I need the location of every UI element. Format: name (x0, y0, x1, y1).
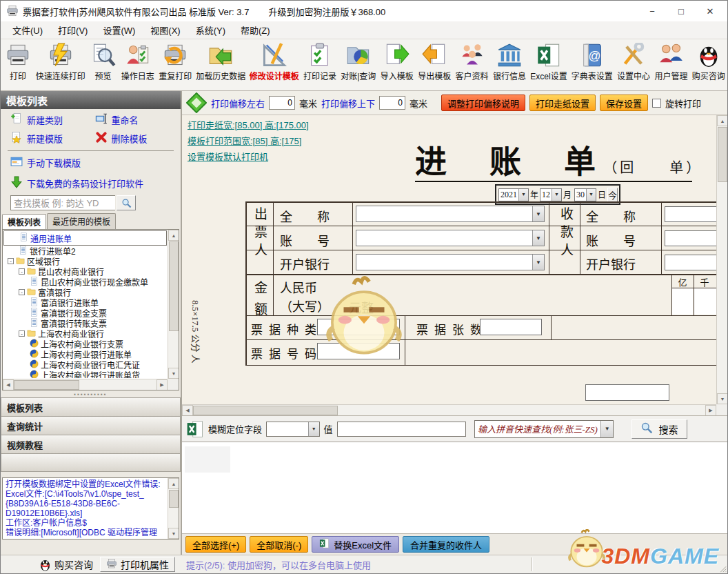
toolbar-button-folder-load[interactable]: 加载历史数据 (194, 41, 247, 83)
chevron-down-icon[interactable]: ▼ (600, 421, 613, 437)
chevron-down-icon[interactable]: ▼ (552, 189, 561, 201)
menu-item-6[interactable]: 帮助(Z) (233, 21, 278, 39)
scroll-up-icon[interactable]: ▲ (168, 230, 179, 241)
toolbar-button-printer-flash[interactable]: 快速连续打印 (34, 41, 88, 83)
drawer-account-combo[interactable]: ▼ (356, 230, 545, 246)
chevron-down-icon[interactable]: ▼ (586, 189, 596, 201)
preview-vertical-scrollbar[interactable]: ▲ ▼ (716, 115, 727, 404)
select-all-button[interactable]: 全部选择(+) (185, 536, 246, 553)
scroll-thumb[interactable] (169, 490, 179, 508)
cancel-all-button[interactable]: 全部取消(-) (250, 536, 308, 553)
adjust-offset-help-button[interactable]: 调整打印偏移说明 (441, 95, 525, 111)
tree-item[interactable]: 上海农村商业银行进账单 (3, 349, 167, 359)
merge-duplicates-button[interactable]: 合并重复的收件人 (403, 536, 489, 553)
drawer-name-combo[interactable]: ▼ (356, 206, 545, 222)
printer-properties-button[interactable]: 打印机属性 (100, 557, 175, 572)
tree-item[interactable]: 富滇银行进账单 (3, 297, 167, 308)
scroll-down-icon[interactable]: ▼ (168, 368, 179, 379)
offset-lr-input[interactable] (269, 96, 295, 110)
pinyin-search-combo[interactable]: 输入拼音快速查找(例:张三-ZS) ▼ (474, 420, 614, 438)
search-button[interactable]: 搜索 (631, 419, 687, 439)
toolbar-button-tools[interactable]: 设置中心 (615, 41, 652, 83)
chevron-down-icon[interactable]: ▼ (308, 422, 319, 436)
expander-icon[interactable]: - (19, 289, 25, 295)
month-select[interactable]: 12▼ (540, 188, 562, 201)
close-button[interactable]: ✕ (696, 2, 725, 20)
toolbar-button-dict-book[interactable]: @字典表设置 (569, 41, 615, 83)
chevron-down-icon[interactable]: ▼ (518, 189, 528, 201)
scroll-thumb[interactable] (718, 127, 727, 182)
expander-icon[interactable]: - (19, 330, 25, 337)
fuzzy-field-select[interactable]: ▼ (266, 422, 320, 437)
tree-item[interactable]: 上海农村商业银行支票 (3, 339, 167, 349)
sidebar-panel-1[interactable]: 模板列表 (1, 397, 181, 416)
chevron-down-icon[interactable]: ▼ (532, 230, 544, 246)
tree-item[interactable]: 富滇银行转账支票 (3, 318, 167, 328)
today-button[interactable]: 今 (607, 188, 618, 202)
tree-vertical-scrollbar[interactable]: ▲ ▼ (168, 230, 179, 379)
toolbar-button-qq[interactable]: 购买咨询 (690, 41, 727, 83)
preview-horizontal-scrollbar[interactable]: ◀ ▶ (182, 404, 716, 415)
menu-item-4[interactable]: 视图(X) (143, 21, 188, 39)
tree-item[interactable]: 上海农村商业银行电汇凭证 (3, 359, 167, 370)
toolbar-button-users[interactable]: 用户管理 (652, 41, 689, 83)
sidebar-panel-4[interactable] (1, 453, 181, 472)
scroll-left-icon[interactable]: ◀ (3, 379, 14, 390)
action-doc-star[interactable]: 新建模版 (10, 131, 95, 146)
menu-item-1[interactable]: 文件(U) (5, 21, 50, 39)
toolbar-button-doc-import[interactable]: 导入模板 (378, 41, 416, 83)
action-rename[interactable]: 重命名 (95, 112, 180, 127)
scroll-up-icon[interactable]: ▲ (717, 115, 727, 126)
tree-item[interactable]: 通用进账单 (3, 230, 167, 246)
scroll-thumb[interactable] (169, 241, 179, 331)
buy-consult-link[interactable]: 购买咨询 (54, 557, 93, 571)
sidebar-tab-1[interactable]: 模板列表 (2, 214, 46, 230)
paper-feed-settings-button[interactable]: 打印走纸设置 (529, 95, 596, 111)
save-settings-button[interactable]: 保存设置 (600, 95, 648, 111)
resize-grip[interactable] (717, 563, 727, 573)
menu-item-5[interactable]: 系统(Y) (188, 21, 233, 39)
error-log-scrollbar[interactable]: ▲ ▼ (168, 478, 179, 539)
toolbar-button-doc-export[interactable]: 导出模板 (416, 41, 453, 83)
drawer-bank-combo[interactable]: ▼ (356, 254, 545, 270)
preview-setting-link-3[interactable]: 设置模板默认打印机 (188, 150, 309, 163)
template-search-input[interactable] (10, 195, 115, 210)
payee-bank-input[interactable] (665, 255, 716, 270)
scroll-right-icon[interactable]: ▶ (705, 405, 716, 416)
fuzzy-value-input[interactable] (337, 422, 466, 437)
preview-setting-link-2[interactable]: 模板打印范围宽:[85] 高:[175] (188, 134, 309, 147)
toolbar-button-excel[interactable]: Excel设置 (528, 41, 569, 83)
sidebar-tab-2[interactable]: 最近使用的模板 (47, 213, 116, 229)
scroll-left-icon[interactable]: ◀ (182, 405, 193, 416)
tree-item[interactable]: 昆山农村商业银行现金缴款单 (3, 277, 167, 287)
tree-horizontal-scrollbar[interactable]: ◀ ▶ (3, 379, 168, 390)
expander-icon[interactable]: - (8, 258, 14, 264)
toolbar-button-person-log[interactable]: 操作日志 (119, 41, 156, 83)
toolbar-button-printer-repeat[interactable]: 重复打印 (156, 41, 194, 83)
download-link-2[interactable]: 下载免费的条码设计打印软件 (10, 176, 181, 190)
year-select[interactable]: 2021▼ (498, 188, 529, 201)
minimize-button[interactable]: − (638, 2, 667, 20)
tree-item[interactable]: 富滇银行现金支票 (3, 308, 167, 318)
maximize-button[interactable]: □ (667, 2, 696, 20)
preview-setting-link-1[interactable]: 打印走纸宽:[85.00] 高:[175.00] (188, 118, 309, 131)
chevron-down-icon[interactable]: ▼ (532, 206, 544, 221)
menu-item-3[interactable]: 设置(W) (95, 21, 143, 39)
action-doc-plus[interactable]: 新建类别 (10, 112, 95, 127)
toolbar-button-people[interactable]: 客户资料 (453, 41, 490, 83)
download-link-1[interactable]: 手动下载模版 (10, 155, 181, 170)
scroll-down-icon[interactable]: ▼ (717, 393, 727, 404)
tree-item[interactable]: -富滇银行 (3, 287, 167, 297)
bill-count-input[interactable] (480, 319, 542, 335)
rotate-print-checkbox[interactable] (652, 99, 661, 108)
toolbar-button-printer[interactable]: 打印 (2, 41, 34, 83)
scroll-thumb[interactable] (14, 380, 79, 390)
sidebar-panel-2[interactable]: 查询统计 (1, 416, 181, 435)
payee-account-input[interactable] (665, 230, 716, 246)
search-template-button[interactable] (117, 195, 136, 210)
offset-ud-input[interactable] (379, 96, 405, 110)
extra-input[interactable] (585, 384, 669, 401)
payee-name-input[interactable] (665, 206, 716, 222)
toolbar-button-bank[interactable]: 银行信息 (491, 41, 528, 83)
menu-item-2[interactable]: 打印(V) (50, 21, 95, 39)
